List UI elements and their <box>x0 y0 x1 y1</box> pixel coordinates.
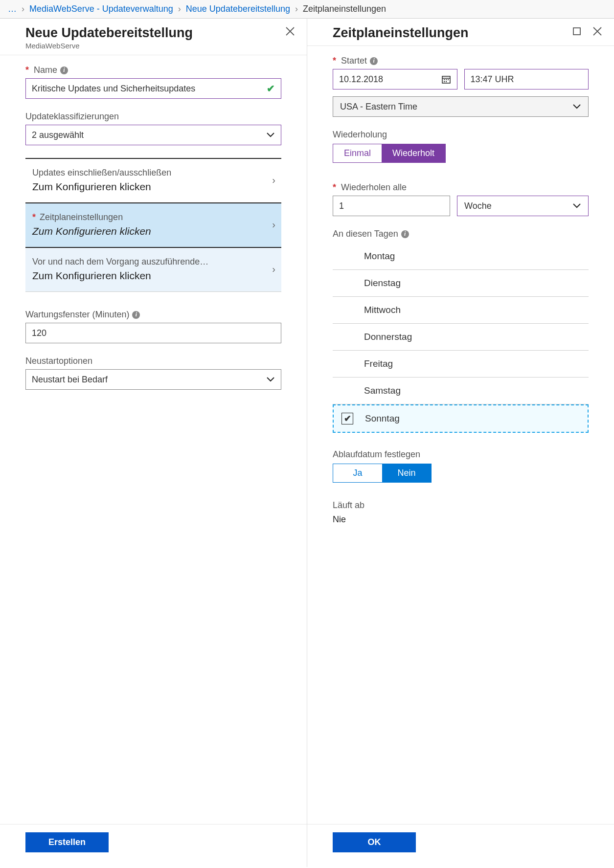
restart-label: Neustartoptionen <box>25 356 92 366</box>
maintenance-input[interactable]: 120 <box>25 323 281 343</box>
days-list: Montag Dienstag Mittwoch Donnerstag Frei… <box>333 243 589 433</box>
info-icon[interactable]: i <box>401 230 409 238</box>
recurrence-repeat[interactable]: Wiederholt <box>382 144 445 162</box>
calendar-icon <box>441 74 451 84</box>
info-icon[interactable]: i <box>370 57 378 65</box>
close-icon[interactable] <box>591 25 603 37</box>
chevron-right-icon: › <box>272 175 275 186</box>
day-thursday[interactable]: Donnerstag <box>333 324 589 351</box>
chevron-right-icon: › <box>295 4 298 14</box>
checkbox-checked-icon: ✔ <box>341 413 353 424</box>
restart-select[interactable]: Neustart bei Bedarf <box>25 369 281 390</box>
repeat-every-label: Wiederholen alle <box>341 182 407 193</box>
nav-subtitle: Zum Konfigurieren klicken <box>32 270 208 282</box>
info-icon[interactable]: i <box>132 311 140 319</box>
name-input[interactable]: Kritische Updates und Sicherheitsupdates… <box>25 78 281 99</box>
expires-value: Nie <box>333 514 589 525</box>
name-value: Kritische Updates und Sicherheitsupdates <box>32 84 195 94</box>
set-expiry-label: Ablaufdatum festlegen <box>333 449 589 460</box>
svg-rect-6 <box>444 81 445 82</box>
repeat-interval-input[interactable]: 1 <box>333 196 450 216</box>
classifications-select[interactable]: 2 ausgewählt <box>25 125 281 145</box>
nav-title: Zeitplaneinstellungen <box>40 212 123 223</box>
day-label: Samstag <box>364 385 401 396</box>
chevron-down-icon <box>572 104 581 110</box>
required-asterisk: * <box>333 56 336 66</box>
nav-title: Vor und nach dem Vorgang auszuführende… <box>32 257 208 267</box>
expires-label: Läuft ab <box>333 500 589 511</box>
breadcrumb-item-1[interactable]: Neue Updatebereitstellung <box>186 4 290 14</box>
panel-deployment: Neue Updatebereitstellung MediaWebServe … <box>0 19 307 867</box>
start-date-input[interactable]: 10.12.2018 <box>333 69 457 89</box>
nav-title: Updates einschließen/ausschließen <box>32 168 171 178</box>
start-date-value: 10.12.2018 <box>339 74 383 85</box>
info-icon[interactable]: i <box>60 67 68 74</box>
breadcrumb-item-0[interactable]: MediaWebServe - Updateverwaltung <box>29 4 173 14</box>
svg-rect-7 <box>446 81 447 82</box>
nav-subtitle: Zum Konfigurieren klicken <box>32 181 171 193</box>
classifications-label: Updateklassifizierungen <box>25 111 119 122</box>
day-friday[interactable]: Freitag <box>333 351 589 378</box>
recurrence-label: Wiederholung <box>333 130 589 140</box>
svg-rect-5 <box>448 79 449 80</box>
ok-button[interactable]: OK <box>333 832 416 852</box>
breadcrumb: … › MediaWebServe - Updateverwaltung › N… <box>0 0 614 19</box>
maintenance-value: 120 <box>32 328 46 338</box>
create-button[interactable]: Erstellen <box>25 832 109 852</box>
day-label: Sonntag <box>365 413 400 423</box>
chevron-right-icon: › <box>178 4 181 14</box>
chevron-down-icon <box>266 132 275 138</box>
nav-item-include-exclude[interactable]: Updates einschließen/ausschließen Zum Ko… <box>25 159 281 203</box>
svg-rect-0 <box>573 28 580 35</box>
close-icon[interactable] <box>284 25 296 37</box>
chevron-right-icon: › <box>272 264 275 275</box>
day-label: Freitag <box>364 358 393 369</box>
name-label: Name <box>34 65 57 75</box>
days-label: An diesen Tagen <box>333 229 398 239</box>
classifications-value: 2 ausgewählt <box>32 130 84 140</box>
chevron-right-icon: › <box>272 219 275 230</box>
day-sunday[interactable]: ✔ Sonntag <box>333 404 589 433</box>
svg-rect-4 <box>446 79 447 80</box>
day-monday[interactable]: Montag <box>333 243 589 270</box>
day-tuesday[interactable]: Dienstag <box>333 270 589 297</box>
breadcrumb-item-2: Zeitplaneinstellungen <box>303 4 386 14</box>
start-time-value: 13:47 UHR <box>471 74 514 85</box>
recurrence-once[interactable]: Einmal <box>333 144 382 162</box>
starts-label: Startet <box>341 56 367 66</box>
expiry-yes[interactable]: Ja <box>333 464 382 482</box>
panel-schedule: Zeitplaneinstellungen * Startet i <box>307 19 614 867</box>
panel-title: Zeitplaneinstellungen <box>333 25 469 41</box>
repeat-unit-select[interactable]: Woche <box>457 196 589 216</box>
nav-list: Updates einschließen/ausschließen Zum Ko… <box>25 158 281 292</box>
check-icon: ✔ <box>267 83 275 94</box>
nav-subtitle: Zum Konfigurieren klicken <box>32 225 151 237</box>
expiry-no[interactable]: Nein <box>382 464 431 482</box>
chevron-right-icon: › <box>22 4 24 14</box>
nav-item-schedule[interactable]: * Zeitplaneinstellungen Zum Konfiguriere… <box>25 203 281 248</box>
repeat-interval-value: 1 <box>339 201 344 211</box>
recurrence-toggle: Einmal Wiederholt <box>333 144 446 163</box>
panel-title: Neue Updatebereitstellung <box>25 25 193 41</box>
repeat-unit-value: Woche <box>464 201 492 211</box>
start-time-input[interactable]: 13:47 UHR <box>464 69 589 89</box>
day-saturday[interactable]: Samstag <box>333 378 589 404</box>
timezone-value: USA - Eastern Time <box>340 102 417 112</box>
required-asterisk: * <box>32 212 36 223</box>
day-label: Montag <box>364 251 395 261</box>
svg-rect-3 <box>444 79 445 80</box>
panel-subtitle: MediaWebServe <box>25 42 193 50</box>
day-label: Mittwoch <box>364 305 401 315</box>
nav-item-pre-post[interactable]: Vor und nach dem Vorgang auszuführende… … <box>25 248 281 292</box>
breadcrumb-ellipsis[interactable]: … <box>8 4 17 14</box>
expiry-toggle: Ja Nein <box>333 464 432 483</box>
timezone-select[interactable]: USA - Eastern Time <box>333 96 589 117</box>
required-asterisk: * <box>25 65 29 75</box>
day-label: Donnerstag <box>364 332 412 342</box>
maximize-icon[interactable] <box>571 25 583 37</box>
restart-value: Neustart bei Bedarf <box>32 375 108 385</box>
maintenance-label: Wartungsfenster (Minuten) <box>25 310 129 320</box>
chevron-down-icon <box>266 377 275 382</box>
required-asterisk: * <box>333 182 336 193</box>
day-wednesday[interactable]: Mittwoch <box>333 297 589 324</box>
